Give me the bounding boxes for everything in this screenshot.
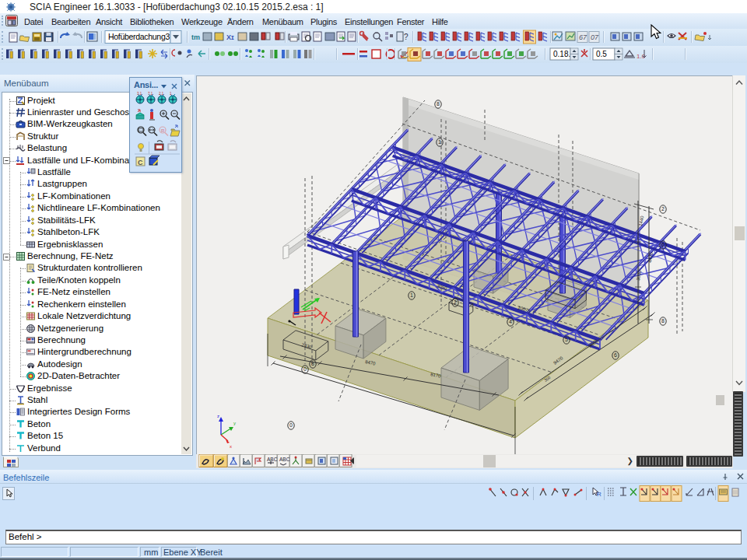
svg-text:8: 8 — [437, 101, 440, 107]
svg-text:4: 4 — [509, 319, 512, 324]
svg-text:07: 07 — [591, 33, 599, 41]
svg-text:C: C — [138, 159, 143, 166]
svg-text:z: z — [217, 414, 219, 418]
svg-text:Xɪ: Xɪ — [226, 33, 234, 41]
svg-text:8: 8 — [661, 318, 665, 324]
svg-text:67: 67 — [579, 33, 587, 41]
svg-text:3030: 3030 — [636, 269, 642, 281]
svg-text:7.1: 7.1 — [148, 92, 153, 96]
svg-text:ABC: ABC — [267, 457, 278, 462]
svg-text:1: 1 — [410, 292, 413, 298]
svg-text:0: 0 — [303, 366, 307, 372]
svg-text:Hofüberdachung3: Hofüberdachung3 — [108, 32, 170, 41]
svg-text:?: ? — [404, 33, 409, 41]
svg-text:ABC: ABC — [279, 457, 290, 462]
svg-text:3.1: 3.1 — [137, 92, 142, 96]
svg-text:tm: tm — [191, 33, 200, 41]
svg-text:0: 0 — [289, 422, 293, 428]
svg-text:R: R — [161, 128, 165, 133]
svg-text:2: 2 — [454, 299, 457, 305]
svg-text:y: y — [233, 421, 236, 425]
svg-text:x: x — [230, 444, 232, 449]
svg-text:R: R — [597, 491, 601, 498]
svg-text:2: 2 — [661, 206, 665, 212]
svg-text:1: 1 — [438, 139, 441, 145]
svg-text:5: 5 — [565, 337, 568, 342]
svg-text:1: 1 — [170, 92, 172, 96]
svg-text:6: 6 — [661, 242, 665, 247]
svg-text:6: 6 — [614, 352, 617, 358]
svg-text:0.5: 0.5 — [596, 50, 607, 58]
svg-text:2.1: 2.1 — [159, 92, 164, 96]
svg-text:8: 8 — [311, 361, 314, 366]
svg-text:4470: 4470 — [647, 251, 654, 263]
